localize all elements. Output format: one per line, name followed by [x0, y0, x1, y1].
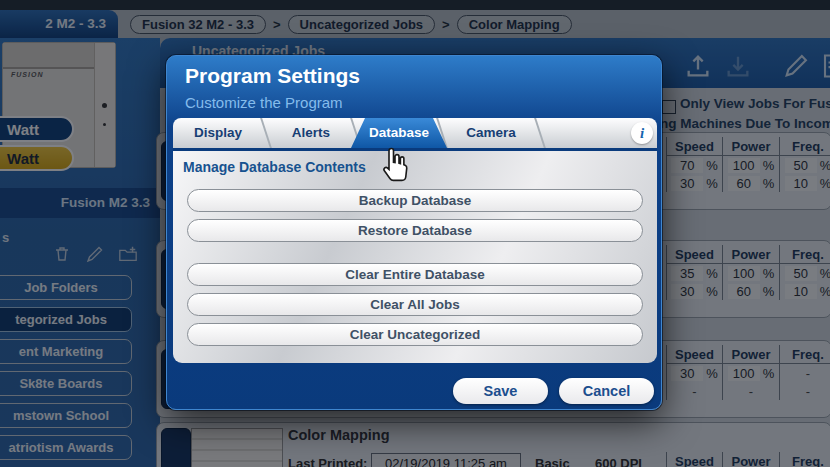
tab-camera[interactable]: Camera [445, 118, 537, 148]
dialog-title: Program Settings [185, 64, 360, 88]
dialog-tabs: DisplayAlertsDatabaseCamera [173, 118, 657, 148]
clear-entire-database-button[interactable]: Clear Entire Database [187, 263, 643, 286]
cancel-button[interactable]: Cancel [559, 378, 654, 404]
clear-uncategorized-button[interactable]: Clear Uncategorized [187, 323, 643, 346]
restore-database-button[interactable]: Restore Database [187, 219, 643, 242]
dialog-content: Manage Database Contents Backup Database… [173, 151, 657, 363]
tab-database[interactable]: Database [351, 118, 447, 148]
info-icon[interactable]: i [631, 122, 653, 144]
dialog-subtitle: Customize the Program [185, 94, 343, 111]
program-settings-dialog: Program Settings Customize the Program D… [166, 55, 662, 410]
tab-display[interactable]: Display [173, 118, 263, 148]
save-button[interactable]: Save [453, 378, 548, 404]
app-window: Fusion 32 M2 - 3.3>Uncategorized Jobs>Co… [0, 0, 830, 467]
backup-database-button[interactable]: Backup Database [187, 189, 643, 212]
section-title: Manage Database Contents [183, 159, 366, 175]
hand-cursor [380, 146, 410, 188]
clear-all-jobs-button[interactable]: Clear All Jobs [187, 293, 643, 316]
tab-alerts[interactable]: Alerts [269, 118, 353, 148]
